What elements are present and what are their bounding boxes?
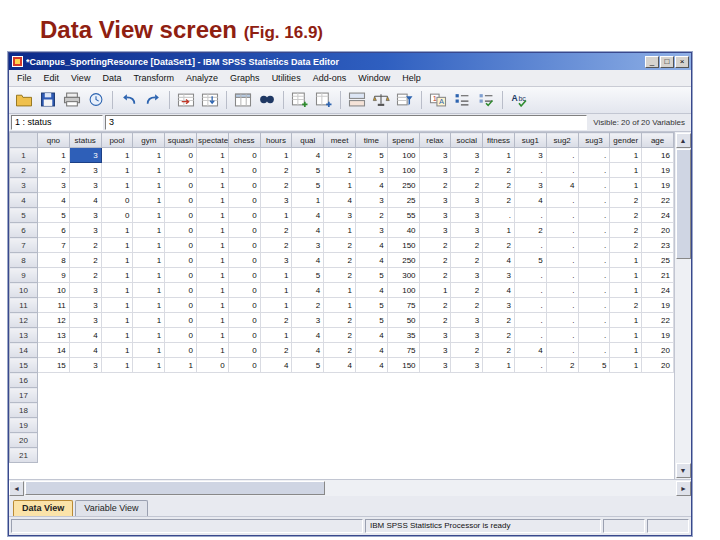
variables-button[interactable] xyxy=(232,90,254,111)
minimize-button[interactable]: _ xyxy=(645,56,659,68)
empty-cells[interactable] xyxy=(38,373,674,388)
cell[interactable]: 6 xyxy=(38,223,70,238)
column-header-social[interactable]: social xyxy=(451,133,483,148)
vertical-scrollbar[interactable]: ▲ ▼ xyxy=(674,132,691,479)
row-number[interactable]: 9 xyxy=(10,268,38,283)
cell[interactable]: 5 xyxy=(292,268,324,283)
cell[interactable]: 3 xyxy=(419,223,451,238)
cell[interactable]: 1 xyxy=(483,358,515,373)
cell[interactable]: 35 xyxy=(387,328,419,343)
cell[interactable]: . xyxy=(514,298,546,313)
cell[interactable]: 10 xyxy=(38,283,70,298)
cell[interactable]: 0 xyxy=(165,238,197,253)
cell-value-editor[interactable]: 3 xyxy=(105,115,587,130)
menu-item-view[interactable]: View xyxy=(65,72,96,84)
cell[interactable]: 2 xyxy=(324,328,356,343)
cell[interactable]: 3 xyxy=(451,193,483,208)
cell[interactable]: 2 xyxy=(483,328,515,343)
row-number[interactable]: 14 xyxy=(10,343,38,358)
row-number[interactable]: 7 xyxy=(10,238,38,253)
cell[interactable]: . xyxy=(546,298,578,313)
cell[interactable]: 1 xyxy=(483,148,515,163)
scroll-down-icon[interactable]: ▼ xyxy=(676,463,691,478)
empty-cells[interactable] xyxy=(38,448,674,463)
cell[interactable]: 2 xyxy=(69,268,101,283)
cell[interactable]: 20 xyxy=(642,358,674,373)
empty-cells[interactable] xyxy=(38,403,674,418)
cell[interactable]: 21 xyxy=(642,268,674,283)
column-header-hours[interactable]: hours xyxy=(260,133,292,148)
cell[interactable]: 2 xyxy=(69,238,101,253)
column-header-sug1[interactable]: sug1 xyxy=(514,133,546,148)
cell[interactable]: . xyxy=(578,328,610,343)
open-data-button[interactable] xyxy=(13,90,35,111)
cell[interactable]: 5 xyxy=(355,268,387,283)
cell[interactable]: 1 xyxy=(101,163,133,178)
cell[interactable]: 1 xyxy=(610,148,642,163)
cell[interactable]: 2 xyxy=(610,223,642,238)
cell[interactable]: 100 xyxy=(387,148,419,163)
cell[interactable]: . xyxy=(514,283,546,298)
cell[interactable]: 0 xyxy=(165,343,197,358)
cell[interactable]: 3 xyxy=(292,238,324,253)
cell[interactable]: 3 xyxy=(419,163,451,178)
cell[interactable]: 22 xyxy=(642,193,674,208)
cell[interactable]: 2 xyxy=(483,313,515,328)
cell[interactable]: 3 xyxy=(483,298,515,313)
cell[interactable]: 3 xyxy=(451,268,483,283)
cell[interactable]: 13 xyxy=(38,328,70,343)
cell[interactable]: 0 xyxy=(228,163,260,178)
cell[interactable]: 3 xyxy=(451,208,483,223)
column-header-gym[interactable]: gym xyxy=(133,133,165,148)
cell[interactable]: . xyxy=(546,253,578,268)
cell[interactable]: . xyxy=(578,163,610,178)
cell[interactable]: 12 xyxy=(38,313,70,328)
cell[interactable]: 0 xyxy=(228,328,260,343)
cell[interactable]: 2 xyxy=(324,238,356,253)
cell[interactable]: 2 xyxy=(451,283,483,298)
window-titlebar[interactable]: *Campus_SportingResource [DataSet1] - IB… xyxy=(9,53,691,70)
cell[interactable]: 3 xyxy=(355,163,387,178)
cell[interactable]: 1 xyxy=(196,178,228,193)
cell[interactable]: 0 xyxy=(228,298,260,313)
cell[interactable]: 1 xyxy=(260,283,292,298)
cell[interactable]: . xyxy=(546,238,578,253)
cell[interactable]: 4 xyxy=(260,358,292,373)
cell[interactable]: . xyxy=(514,358,546,373)
cell[interactable]: 2 xyxy=(451,178,483,193)
cell[interactable]: 1 xyxy=(196,298,228,313)
cell[interactable]: 0 xyxy=(165,223,197,238)
cell[interactable]: 4 xyxy=(292,283,324,298)
column-header-squash[interactable]: squash xyxy=(165,133,197,148)
cell[interactable]: 0 xyxy=(228,268,260,283)
cell[interactable]: 4 xyxy=(483,253,515,268)
cell[interactable]: 23 xyxy=(642,238,674,253)
cell[interactable]: 2 xyxy=(451,163,483,178)
row-number[interactable]: 4 xyxy=(10,193,38,208)
column-header-pool[interactable]: pool xyxy=(101,133,133,148)
cell[interactable]: . xyxy=(578,238,610,253)
cell[interactable]: 1 xyxy=(133,148,165,163)
cell[interactable]: 5 xyxy=(38,208,70,223)
cell[interactable]: 4 xyxy=(69,328,101,343)
cell[interactable]: 4 xyxy=(292,148,324,163)
cell[interactable]: 3 xyxy=(419,193,451,208)
cell[interactable]: 1 xyxy=(196,313,228,328)
cell[interactable]: 3 xyxy=(419,148,451,163)
cell[interactable]: 1 xyxy=(101,223,133,238)
empty-cells[interactable] xyxy=(38,433,674,448)
cell[interactable]: 150 xyxy=(387,238,419,253)
cell[interactable]: 0 xyxy=(228,223,260,238)
cell[interactable]: 1 xyxy=(610,253,642,268)
menu-item-help[interactable]: Help xyxy=(396,72,427,84)
cell[interactable]: . xyxy=(578,298,610,313)
cell[interactable]: 2 xyxy=(610,298,642,313)
cell[interactable]: 0 xyxy=(165,283,197,298)
cell[interactable]: 0 xyxy=(165,193,197,208)
empty-cells[interactable] xyxy=(38,388,674,403)
cell[interactable]: 1 xyxy=(292,193,324,208)
cell[interactable]: 3 xyxy=(419,328,451,343)
cell[interactable]: 2 xyxy=(483,238,515,253)
column-header-chess[interactable]: chess xyxy=(228,133,260,148)
cell[interactable]: 3 xyxy=(451,328,483,343)
